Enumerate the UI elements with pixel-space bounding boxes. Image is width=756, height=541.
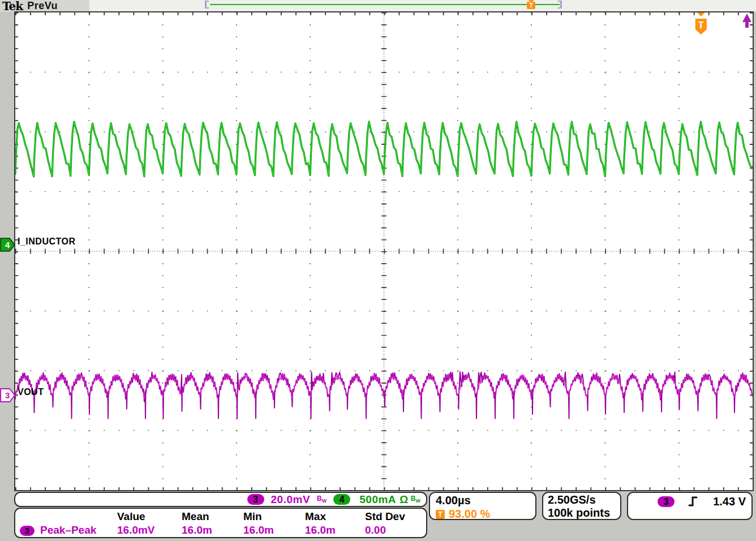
graticule-and-waveforms: T [15, 12, 753, 490]
channel3-position-marker: 3 [0, 388, 15, 402]
measurement-max: 16.0m [305, 524, 365, 536]
acquisition-left-bracket-icon [205, 1, 209, 8]
measurement-header-row: Value Mean Min Max Std Dev [15, 510, 426, 523]
channel4-badge: 4 [333, 494, 350, 505]
trigger-position-percent: 93.00 % [449, 508, 490, 521]
col-header-mean: Mean [182, 510, 243, 523]
logo-box: Tek PreVu [0, 0, 89, 12]
svg-text:4: 4 [5, 240, 10, 250]
channel3-scale: 20.0mV [271, 493, 311, 506]
trigger-flag-icon: T [436, 510, 445, 519]
acquisition-readout: 2.50GS/s 100k points [542, 492, 621, 520]
oscilloscope-screen: Tek PreVu T T 4 I_INDUCTOR 3 VOUT 3 20.0… [0, 0, 756, 541]
trigger-position-flag-icon: T [527, 2, 535, 9]
col-header-min: Min [243, 510, 305, 523]
col-header-value: Value [117, 510, 182, 523]
trigger-time-triangle-icon [697, 12, 705, 16]
trigger-position-bar-icon: T [527, 0, 536, 10]
channel3-bandwidth-limit-icon: BW [317, 495, 327, 504]
measurement-table: Value Mean Min Max Std Dev 3 Peak–Peak 1… [14, 508, 427, 538]
measurement-value: 16.0mV [117, 524, 182, 536]
col-header-max: Max [305, 510, 365, 523]
channel3-badge: 3 [20, 526, 35, 536]
svg-text:3: 3 [5, 390, 10, 400]
acquisition-window-bar [210, 4, 560, 5]
timebase-scale: 4.00µs [436, 494, 535, 507]
col-header-stddev: Std Dev [365, 510, 426, 523]
record-length: 100k points [548, 506, 620, 519]
channel-scale-readouts: 3 20.0mV BW 4 500mA Ω BW [14, 492, 427, 507]
trigger-level: 1.43 V [713, 495, 746, 508]
svg-text:T: T [698, 20, 705, 31]
channel3-badge: 3 [247, 494, 264, 505]
measurement-source-badge-cell: 3 [15, 524, 40, 536]
channel3-label: VOUT [18, 387, 44, 397]
channel4-bandwidth-limit-icon: BW [411, 495, 420, 504]
trigger-position-readout: T 93.00 % [436, 508, 535, 521]
trigger-source-badge: 3 [658, 496, 675, 507]
measurement-row: 3 Peak–Peak 16.0mV 16.0m 16.0m 16.0m 0.0… [15, 524, 426, 536]
acquisition-right-bracket-icon [558, 1, 562, 8]
trigger-level-offscreen-arrow-icon [742, 14, 751, 28]
acquisition-mode-label: PreVu [27, 0, 58, 12]
measurement-name: Peak–Peak [40, 524, 117, 536]
channel4-position-marker: 4 [0, 238, 15, 252]
measurement-min: 16.0m [243, 524, 305, 536]
trigger-settings-line: 3 1.43 V [634, 495, 746, 508]
channel4-scale: 500mA [359, 493, 396, 506]
channel4-impedance-icon: Ω [400, 493, 409, 506]
measurement-mean: 16.0m [182, 524, 243, 536]
measurement-stddev: 0.00 [365, 524, 426, 536]
timebase-readout: 4.00µs T 93.00 % [429, 492, 536, 520]
waveform-display-area: T [14, 11, 754, 491]
rising-edge-slope-icon [687, 495, 699, 508]
sample-rate: 2.50GS/s [548, 493, 620, 506]
top-status-strip: Tek PreVu T [0, 0, 756, 11]
trigger-readout: 3 1.43 V [627, 492, 753, 520]
channel4-label: I_INDUCTOR [18, 237, 76, 247]
